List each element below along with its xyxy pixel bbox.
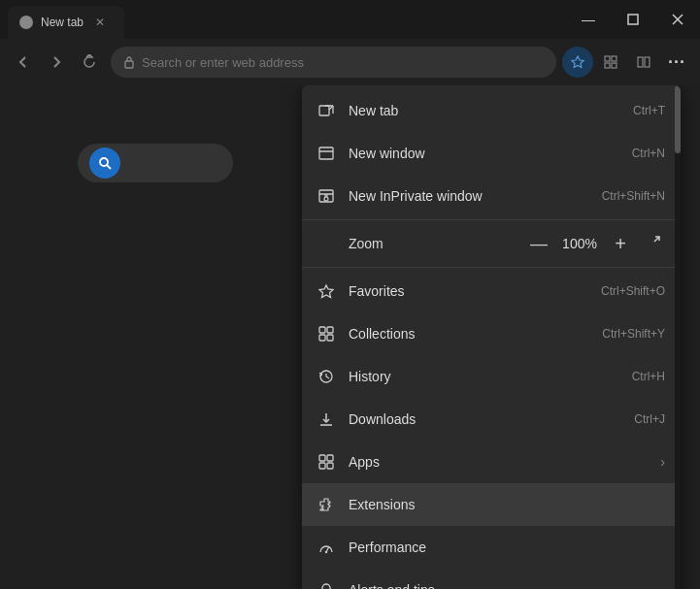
divider-1 — [302, 219, 681, 220]
inprivate-label: New InPrivate window — [349, 188, 588, 204]
performance-icon — [317, 539, 335, 556]
zoom-row: Zoom — 100% + — [302, 222, 681, 265]
downloads-shortcut: Ctrl+J — [634, 412, 665, 426]
history-icon — [317, 368, 335, 385]
close-icon — [672, 14, 683, 25]
toolbar: ··· — [0, 39, 700, 85]
inprivate-shortcut: Ctrl+Shift+N — [602, 189, 665, 203]
menu-item-alerts[interactable]: Alerts and tips — [302, 569, 681, 589]
history-shortcut: Ctrl+H — [632, 370, 665, 383]
menu-item-extensions[interactable]: Extensions — [302, 483, 681, 526]
alerts-label: Alerts and tips — [349, 582, 665, 589]
active-tab[interactable]: New tab ✕ — [8, 6, 124, 39]
back-icon — [16, 54, 31, 70]
svg-marker-23 — [319, 285, 333, 298]
apps-icon — [317, 453, 335, 471]
svg-rect-8 — [612, 63, 617, 68]
new-tab-search-bar[interactable] — [78, 144, 233, 182]
maximize-button[interactable] — [611, 0, 655, 39]
menu-item-new-window[interactable]: New window Ctrl+N — [302, 132, 681, 175]
reader-icon — [636, 54, 651, 70]
new-tab-search-button[interactable] — [89, 147, 120, 179]
back-button[interactable] — [8, 47, 39, 78]
zoom-label: Zoom — [349, 236, 514, 251]
menu-item-downloads[interactable]: Downloads Ctrl+J — [302, 398, 681, 441]
svg-rect-13 — [319, 106, 329, 115]
refresh-button[interactable] — [74, 47, 105, 78]
ellipsis-icon: ··· — [668, 52, 685, 73]
svg-rect-31 — [319, 455, 325, 461]
settings-button[interactable]: ··· — [661, 47, 692, 78]
svg-marker-4 — [572, 56, 583, 68]
zoom-increase-button[interactable]: + — [609, 232, 632, 255]
zoom-value: 100% — [560, 236, 599, 251]
collections-button[interactable] — [595, 47, 626, 78]
svg-rect-34 — [327, 463, 333, 469]
new-window-shortcut: Ctrl+N — [632, 147, 665, 160]
star-icon — [570, 54, 585, 70]
zoom-decrease-button[interactable]: — — [527, 232, 550, 255]
collections-label: Collections — [349, 326, 588, 342]
svg-rect-6 — [612, 56, 617, 61]
forward-button[interactable] — [41, 47, 72, 78]
svg-rect-26 — [319, 335, 325, 341]
dropdown-menu: New tab Ctrl+T New window Ctrl+N New InP… — [302, 85, 681, 589]
close-button[interactable] — [655, 0, 700, 39]
menu-item-performance[interactable]: Performance — [302, 526, 681, 569]
menu-item-history[interactable]: History Ctrl+H — [302, 355, 681, 398]
collections-icon — [603, 54, 618, 70]
tab-close-icon[interactable]: ✕ — [95, 16, 105, 29]
address-bar-secure-icon — [122, 55, 136, 69]
search-icon — [98, 156, 112, 170]
zoom-expand-button[interactable] — [642, 232, 665, 255]
menu-item-favorites[interactable]: Favorites Ctrl+Shift+O — [302, 270, 681, 312]
svg-rect-10 — [645, 57, 650, 67]
svg-rect-33 — [319, 463, 325, 469]
tab-bar: New tab ✕ — [0, 0, 566, 39]
new-tab-shortcut: Ctrl+T — [633, 104, 665, 117]
new-tab-icon — [317, 102, 335, 119]
zoom-controls: — 100% + — [527, 232, 665, 255]
svg-rect-27 — [327, 335, 333, 341]
address-input[interactable] — [142, 55, 545, 70]
expand-icon — [647, 236, 660, 249]
new-window-label: New window — [349, 146, 618, 161]
extensions-label: Extensions — [349, 497, 665, 512]
minimize-button[interactable]: — — [566, 0, 611, 39]
svg-rect-0 — [628, 15, 638, 24]
svg-rect-5 — [605, 56, 610, 61]
svg-rect-3 — [125, 61, 133, 68]
apps-arrow-icon: › — [660, 454, 665, 470]
alerts-icon — [317, 581, 335, 589]
new-window-icon — [317, 145, 335, 162]
new-tab-label: New tab — [349, 103, 619, 118]
svg-rect-17 — [319, 147, 333, 159]
favorites-shortcut: Ctrl+Shift+O — [601, 284, 665, 298]
svg-rect-32 — [327, 455, 333, 461]
svg-rect-25 — [327, 327, 333, 333]
apps-label: Apps — [349, 454, 647, 470]
collections-shortcut: Ctrl+Shift+Y — [602, 327, 665, 341]
favorites-label: Favorites — [349, 283, 587, 299]
scrollbar-thumb[interactable] — [675, 85, 681, 153]
svg-rect-7 — [605, 63, 610, 68]
window-controls: — — [566, 0, 700, 39]
svg-rect-9 — [638, 57, 643, 67]
favorites-icon — [317, 282, 335, 300]
address-bar-container[interactable] — [111, 47, 556, 78]
menu-item-inprivate[interactable]: New InPrivate window Ctrl+Shift+N — [302, 175, 681, 217]
maximize-icon — [627, 14, 639, 25]
tab-favicon-icon — [19, 16, 33, 29]
favorites-button[interactable] — [562, 47, 593, 78]
immersive-reader-button[interactable] — [628, 47, 659, 78]
divider-2 — [302, 267, 681, 268]
collections-menu-icon — [317, 325, 335, 343]
title-bar: New tab ✕ — — [0, 0, 700, 39]
menu-item-new-tab[interactable]: New tab Ctrl+T — [302, 89, 681, 132]
svg-point-36 — [325, 551, 327, 553]
menu-item-apps[interactable]: Apps › — [302, 441, 681, 483]
svg-point-21 — [324, 197, 328, 201]
refresh-icon — [82, 54, 97, 70]
menu-item-collections[interactable]: Collections Ctrl+Shift+Y — [302, 312, 681, 355]
scrollbar[interactable] — [675, 85, 681, 589]
